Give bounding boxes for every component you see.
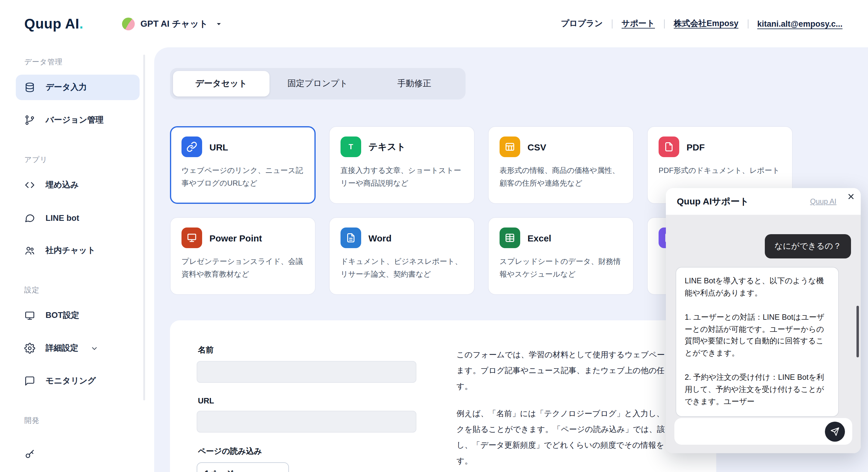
sidebar-item-label: バージョン管理 [45,115,104,126]
card-url[interactable]: URL ウェブページのリンク、ニュース記事やブログのURLなど [170,126,316,204]
sidebar-item-label: データ入力 [45,82,87,93]
logo-dot: . [79,15,83,31]
close-icon[interactable] [844,189,858,204]
card-title: CSV [527,141,546,152]
sidebar-item-version[interactable]: バージョン管理 [16,107,140,133]
account-link[interactable]: kitani.alt@emposy.c... [757,19,842,28]
help-line: し、「データ更新頻度」でどれくらいの頻度でその情報を [457,437,665,453]
sidebar-item-label: LINE bot [45,213,79,222]
support-link[interactable]: サポート [622,18,655,29]
app-logo[interactable]: Quup AI. [24,15,84,32]
card-description: スプレッドシートのデータ、財務情報やスケジュールなど [500,255,622,281]
name-input[interactable] [197,361,416,383]
sidebar-item-line-bot[interactable]: LINE bot [16,205,140,230]
user-message-bubble: なにができるの？ [765,234,851,258]
project-name: GPT AI チャット [141,18,208,29]
project-selector[interactable]: GPT AI チャット [122,17,222,30]
paper-plane-icon [830,427,839,436]
chat-bubble-icon [24,212,35,223]
tab-manual-fix[interactable]: 手動修正 [366,71,463,96]
sidebar-section-settings: 設定 BOT設定 詳細設定 モニタリング [0,285,154,394]
sidebar-section-dev: 開発 [0,416,154,467]
card-title: Power Point [209,233,262,243]
sidebar-section-label: 設定 [24,285,140,295]
sidebar-item-bot-settings[interactable]: BOT設定 [16,303,140,328]
tab-fixed-prompt[interactable]: 固定プロンプト [270,71,366,96]
card-description: 直接入力する文章、ショートストーリーや商品説明など [341,164,463,190]
bot-message-bubble: LINE Botを導入すると、以下のような機能や利点があります。 1. ユーザー… [676,267,839,417]
sidebar-item-monitoring[interactable]: モニタリング [16,368,140,394]
card-word[interactable]: Word ドキュメント、ビジネスレポート、リサーチ論文、契約書など [329,217,475,295]
card-title: Excel [527,233,551,243]
sidebar-item-data-input[interactable]: データ入力 [16,74,140,100]
sidebar-item-label: 詳細設定 [45,343,78,354]
top-bar: Quup AI. GPT AI チャット プロプラン サポート 株式会社Empo… [0,0,868,47]
code-icon [24,180,35,190]
key-icon [24,449,35,460]
database-icon [24,82,35,93]
card-title: Word [368,233,392,243]
form-help-text: このフォームでは、学習の材料として使用するウェブペー ます。ブログ記事やニュース… [457,347,665,469]
presentation-icon [182,227,202,248]
card-title: テキスト [368,141,406,153]
plan-link[interactable]: プロプラン [561,18,603,29]
help-line: このフォームでは、学習の材料として使用するウェブペー [457,347,665,363]
send-button[interactable] [825,422,845,442]
message-square-icon [24,376,35,386]
page-load-select[interactable]: 1ページ [197,462,289,472]
sidebar-item-label: 埋め込み [45,180,79,190]
gear-icon [24,343,35,354]
chat-scrollbar[interactable] [857,306,859,357]
card-excel[interactable]: Excel スプレッドシートのデータ、財務情報やスケジュールなど [488,217,634,295]
chevron-down-icon [90,344,98,352]
top-nav: プロプラン サポート 株式会社Emposy kitani.alt@emposy.… [561,18,842,29]
sidebar-section-label: 開発 [24,416,140,426]
company-link[interactable]: 株式会社Emposy [674,18,738,29]
tab-bar: データセット 固定プロンプト 手動修正 [170,68,466,99]
page-load-value: 1ページ [205,468,234,472]
card-description: ウェブページのリンク、ニュース記事やブログのURLなど [182,164,304,190]
sidebar-item-label: モニタリング [45,376,96,386]
card-description: PDF形式のドキュメント、レポート [659,164,781,177]
chat-input-bar [666,418,861,453]
tab-dataset[interactable]: データセット [173,71,270,96]
sidebar-item-internal-chat[interactable]: 社内チャット [16,238,140,263]
divider [612,19,613,28]
card-csv[interactable]: CSV 表形式の情報、商品の価格や属性、顧客の住所や連絡先など [488,126,634,204]
sidebar-item-embed[interactable]: 埋め込み [16,172,140,198]
url-input[interactable] [197,411,416,433]
link-icon [182,136,202,157]
monitor-icon [24,310,35,321]
git-branch-icon [24,115,35,126]
divider [664,19,665,28]
help-line: す。 [457,379,665,395]
sidebar-section-label: アプリ [24,155,140,165]
chat-message-list: なにができるの？ LINE Botを導入すると、以下のような機能や利点があります… [666,215,861,418]
sidebar-item-advanced-settings[interactable]: 詳細設定 [16,336,140,361]
url-dataset-form: 名前 URL ページの読み込み 1ページ このフォームでは、学習の材料として使用… [170,320,716,472]
chat-brand-link[interactable]: Quup AI [810,197,836,206]
pdf-file-icon [659,136,679,157]
spreadsheet-icon [500,227,520,248]
app: Quup AI. GPT AI チャット プロプラン サポート 株式会社Empo… [0,0,868,472]
sidebar-item-cutoff[interactable] [16,442,140,467]
card-powerpoint[interactable]: Power Point プレゼンテーションスライド、会議資料や教育教材など [170,217,316,295]
chat-header: Quup AIサポート Quup AI [666,188,861,215]
card-text[interactable]: T テキスト 直接入力する文章、ショートストーリーや商品説明など [329,126,475,204]
chevron-down-icon [215,20,222,27]
svg-text:T: T [349,143,353,151]
card-title: PDF [686,141,705,152]
sidebar-section-apps: アプリ 埋め込み LINE bot 社内チャット [0,155,154,263]
sidebar-item-label: BOT設定 [45,310,79,321]
users-icon [24,245,35,256]
sidebar-scrollbar[interactable] [143,55,145,401]
divider [747,19,748,28]
text-icon: T [341,136,361,157]
chevron-down-icon [273,470,281,472]
sidebar-item-label: 社内チャット [45,245,96,256]
card-title: URL [209,141,228,152]
card-description: プレゼンテーションスライド、会議資料や教育教材など [182,255,304,281]
project-avatar-icon [122,17,135,30]
sidebar: データ管理 データ入力 バージョン管理 アプリ 埋め込み LINE bot [0,47,154,472]
card-description: ドキュメント、ビジネスレポート、リサーチ論文、契約書など [341,255,463,281]
